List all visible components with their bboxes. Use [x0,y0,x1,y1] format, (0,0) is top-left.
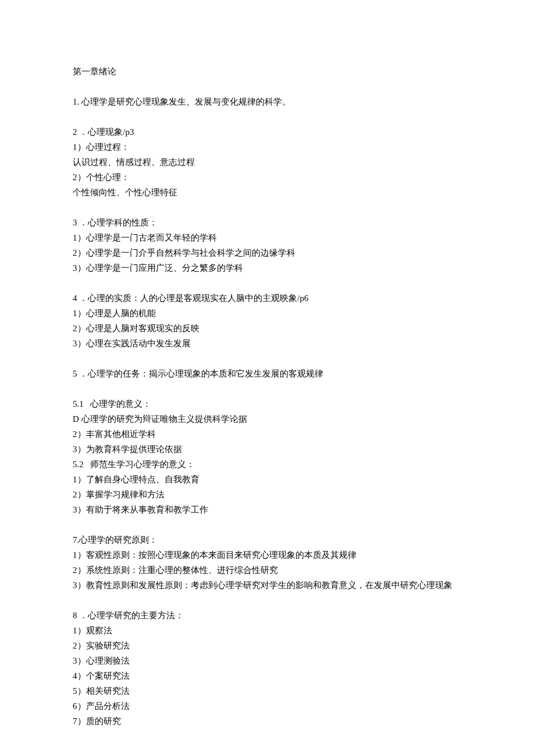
text-line: 认识过程、情感过程、意志过程 [73,155,462,170]
text-line: 1）观察法 [73,623,462,638]
document-page: 第一章绪论 1. 心理学是研究心理现象发生、发展与变化规律的科学。 2 ．心理现… [0,0,535,756]
text-line: 3）教育性原则和发展性原则：考虑到心理学研究对学生的影响和教育意义，在发展中研究… [73,578,462,593]
text-line: 6）产品分析法 [73,698,462,714]
text-line: 1）心理是人脑的机能 [73,306,462,321]
text-line: 8 ．心理学研究的主要方法： [73,608,462,623]
text-line: 7）质的研究 [73,714,462,729]
text-line: 2）掌握学习规律和方法 [73,487,462,502]
text-line: 4）个案研究法 [73,668,462,683]
text-line: 5 ．心理学的任务：揭示心理现象的本质和它发生发展的客观规律 [73,366,462,381]
text-line: 3）心理测验法 [73,653,462,668]
text-line: 1）心理过程： [73,139,462,155]
text-line: 2）丰富其他相近学科 [73,427,462,442]
text-line: 个性倾向性、个性心理特征 [73,185,462,200]
text-line: 1）心理学是一门古老而又年轻的学科 [73,230,462,245]
text-line: 2）心理学是一门介乎自然科学与社会科学之间的边缘学科 [73,245,462,260]
chapter-title: 第一章绪论 [73,64,462,79]
text-line: 2）系统性原则：注重心理的整体性、进行综合性研究 [73,562,462,578]
text-line: 2）心理是人脑对客观现实的反映 [73,321,462,336]
text-line: 3）心理学是一门应用广泛、分之繁多的学科 [73,260,462,275]
text-line: 2 ．心理现象/p3 [73,124,462,139]
text-line: 3）心理在实践活动中发生发展 [73,336,462,351]
section-1: 1. 心理学是研究心理现象发生、发展与变化规律的科学。 [73,94,462,109]
text-line: 2）实验研究法 [73,638,462,653]
text-line: 5.1 心理学的意义： [73,396,462,411]
section-5-sub: 5.1 心理学的意义： D 心理学的研究为辩证唯物主义提供科学论据 2）丰富其他… [73,396,462,517]
text-line: 5.2 师范生学习心理学的意义： [73,457,462,472]
text-line: D 心理学的研究为辩证唯物主义提供科学论据 [73,411,462,427]
chapter-title-block: 第一章绪论 [73,64,462,79]
section-5: 5 ．心理学的任务：揭示心理现象的本质和它发生发展的客观规律 [73,366,462,381]
text-line: 7.心理学的研究原则： [73,532,462,547]
text-line: 3 ．心理学科的性质： [73,215,462,230]
text-line: 1）了解自身心理特点、自我教育 [73,472,462,487]
section-7: 7.心理学的研究原则： 1）客观性原则：按照心理现象的本来面目来研究心理现象的本… [73,532,462,593]
text-line: 4 ．心理的实质：人的心理是客观现实在人脑中的主观映象/p6 [73,291,462,306]
text-line: 3）为教育科学提供理论依据 [73,442,462,457]
section-3: 3 ．心理学科的性质： 1）心理学是一门古老而又年轻的学科 2）心理学是一门介乎… [73,215,462,275]
text-line: 1. 心理学是研究心理现象发生、发展与变化规律的科学。 [73,94,462,109]
section-4: 4 ．心理的实质：人的心理是客观现实在人脑中的主观映象/p6 1）心理是人脑的机… [73,291,462,351]
section-2: 2 ．心理现象/p3 1）心理过程： 认识过程、情感过程、意志过程 2）个性心理… [73,124,462,200]
text-line: 3）有助于将来从事教育和教学工作 [73,502,462,517]
text-line: 1）客观性原则：按照心理现象的本来面目来研究心理现象的本质及其规律 [73,547,462,562]
text-line: 5）相关研究法 [73,683,462,698]
text-line: 2）个性心理： [73,170,462,185]
section-8: 8 ．心理学研究的主要方法： 1）观察法 2）实验研究法 3）心理测验法 4）个… [73,608,462,729]
